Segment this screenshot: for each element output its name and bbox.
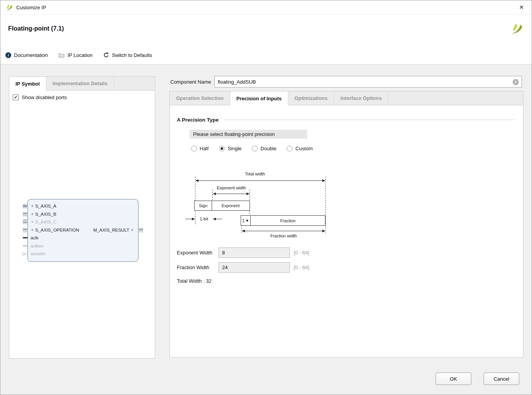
fraction-width-field-label: Fraction Width xyxy=(177,264,219,270)
tab-operation-selection[interactable]: Operation Selection xyxy=(170,91,230,105)
documentation-button[interactable]: i Documentation xyxy=(5,52,48,58)
component-name-field-wrap: ✕ xyxy=(214,76,522,88)
show-disabled-ports-checkbox[interactable]: ✓ Show disabled ports xyxy=(13,94,67,100)
radio-single[interactable]: Single xyxy=(219,146,241,151)
total-width-text: Total Width : 32 xyxy=(177,278,212,284)
component-name-input[interactable] xyxy=(215,76,522,87)
port-name: S_AXIS_A xyxy=(35,204,56,208)
fraction-width-input[interactable] xyxy=(219,262,290,273)
expand-icon[interactable]: + xyxy=(29,211,35,217)
expand-icon[interactable]: + xyxy=(29,227,35,233)
switch-to-defaults-label: Switch to Defaults xyxy=(112,52,152,58)
tab-implementation-details[interactable]: Implementation Details xyxy=(46,77,114,90)
port-row-aclk: aclk xyxy=(28,234,138,242)
interface-pin-icon xyxy=(23,220,27,224)
fraction-width-row: Fraction Width [0 - 64] xyxy=(177,262,309,273)
close-icon[interactable]: ✕ xyxy=(516,3,527,12)
tab-optimizations[interactable]: Optimizations xyxy=(288,91,334,105)
port-name: aclken xyxy=(29,244,43,248)
expand-icon[interactable]: + xyxy=(29,203,35,209)
hidden-one-label: 1 xyxy=(242,218,245,223)
precision-of-inputs-panel: A Precision Type Please select floating-… xyxy=(169,105,523,357)
section-rule xyxy=(224,120,515,120)
ip-location-button[interactable]: IP Location xyxy=(58,52,92,58)
interface-pin-icon xyxy=(139,228,143,232)
port-name: S_AXIS_OPERATION xyxy=(35,228,79,232)
ip-location-label: IP Location xyxy=(67,52,92,58)
page-title: Floating-point (7.1) xyxy=(8,25,64,32)
fraction-width-range: [0 - 64] xyxy=(294,264,309,270)
radio-custom[interactable]: Custom xyxy=(287,146,313,151)
reset-pin-icon xyxy=(22,252,27,255)
port-row-s-axis-b: + S_AXIS_B xyxy=(28,210,138,218)
port-row-m-axis-result: M_AXIS_RESULT + xyxy=(93,227,135,233)
port-row-s-axis-a: + S_AXIS_A xyxy=(28,202,138,210)
one-bit-label: 1-bit xyxy=(200,216,208,221)
radio-selected-icon[interactable] xyxy=(219,146,225,151)
expand-icon[interactable]: + xyxy=(29,219,35,225)
exponent-width-range: [0 - 64] xyxy=(294,250,309,256)
dialog-top-zone: Customize IP ✕ Floating-point (7.1) i Do… xyxy=(0,0,532,65)
titlebar: Customize IP ✕ xyxy=(0,0,532,15)
section-head: A Precision Type xyxy=(177,117,515,123)
exponent-width-field-label: Exponent Width xyxy=(177,250,219,256)
refresh-icon xyxy=(103,52,109,58)
toolbar: i Documentation IP Location Switch to De… xyxy=(5,50,152,60)
component-name-row: Component Name ✕ xyxy=(170,76,522,88)
radio-circle-icon[interactable] xyxy=(191,146,197,151)
main-tab-bar: Operation Selection Precision of Inputs … xyxy=(169,91,523,105)
signal-pin-icon xyxy=(23,246,27,246)
sign-box-label: Sign xyxy=(199,203,207,208)
fraction-width-label: Fraction width xyxy=(270,234,297,238)
radio-double[interactable]: Double xyxy=(252,146,276,151)
radio-circle-icon[interactable] xyxy=(252,146,258,151)
radio-label: Single xyxy=(228,146,241,151)
port-row-s-axis-operation: + S_AXIS_OPERATION M_AXIS_RESULT + xyxy=(28,226,138,234)
clear-icon[interactable]: ✕ xyxy=(513,79,519,85)
port-name: aresetn xyxy=(29,251,45,256)
checkbox-checked-icon[interactable]: ✓ xyxy=(13,94,19,100)
port-row-s-axis-c: + S_AXIS_C xyxy=(28,218,138,226)
interface-pin-icon xyxy=(23,204,27,208)
tab-interface-options[interactable]: Interface Options xyxy=(334,91,388,105)
show-disabled-ports-label: Show disabled ports xyxy=(22,94,67,100)
port-row-aclken: aclken xyxy=(28,242,138,250)
exponent-width-row: Exponent Width [0 - 64] xyxy=(177,247,309,258)
tab-ip-symbol[interactable]: IP Symbol xyxy=(9,77,46,91)
interface-pin-icon xyxy=(23,228,27,232)
switch-to-defaults-button[interactable]: Switch to Defaults xyxy=(103,52,152,58)
precision-format-diagram: Total width Exponent width Sign Exponent… xyxy=(181,170,334,240)
clock-pin-icon xyxy=(23,237,27,239)
radio-label: Double xyxy=(260,146,276,151)
port-name: aclk xyxy=(29,235,38,240)
width-fields: Exponent Width [0 - 64] Fraction Width [… xyxy=(177,247,309,276)
total-width-label: Total width xyxy=(245,172,265,176)
ip-symbol-panel: ✓ Show disabled ports + S_AXIS_A + S_AXI… xyxy=(9,90,155,359)
tab-precision-of-inputs[interactable]: Precision of Inputs xyxy=(230,91,288,106)
ip-symbol-block: + S_AXIS_A + S_AXIS_B + S_AXIS_C + S_AXI… xyxy=(27,199,139,262)
precision-prompt-label: Please select floating-point precision xyxy=(190,130,307,139)
xilinx-logo xyxy=(510,22,523,35)
info-icon: i xyxy=(5,52,11,58)
port-name: S_AXIS_C xyxy=(35,220,56,224)
exponent-width-label: Exponent width xyxy=(217,185,246,190)
cancel-button[interactable]: Cancel xyxy=(484,373,519,385)
left-tab-bar: IP Symbol Implementation Details xyxy=(9,76,155,90)
interface-pin-icon xyxy=(23,212,27,216)
radio-half[interactable]: Half xyxy=(191,146,209,151)
radio-circle-icon[interactable] xyxy=(287,146,293,151)
expand-icon[interactable]: + xyxy=(129,227,135,233)
xilinx-logo-icon xyxy=(5,3,13,11)
radio-label: Half xyxy=(200,146,209,151)
exponent-width-input[interactable] xyxy=(219,247,290,258)
customize-ip-dialog: Customize IP ✕ Floating-point (7.1) i Do… xyxy=(0,0,532,395)
dialog-footer: OK Cancel xyxy=(436,373,519,385)
documentation-label: Documentation xyxy=(14,52,48,58)
section-title: A Precision Type xyxy=(177,117,219,123)
precision-radio-group: Half Single Double Custom xyxy=(191,146,313,151)
ok-button[interactable]: OK xyxy=(436,373,471,385)
exponent-box-label: Exponent xyxy=(222,203,239,208)
window-title: Customize IP xyxy=(16,5,46,10)
folder-icon xyxy=(58,53,65,58)
port-row-aresetn: aresetn xyxy=(28,250,138,258)
